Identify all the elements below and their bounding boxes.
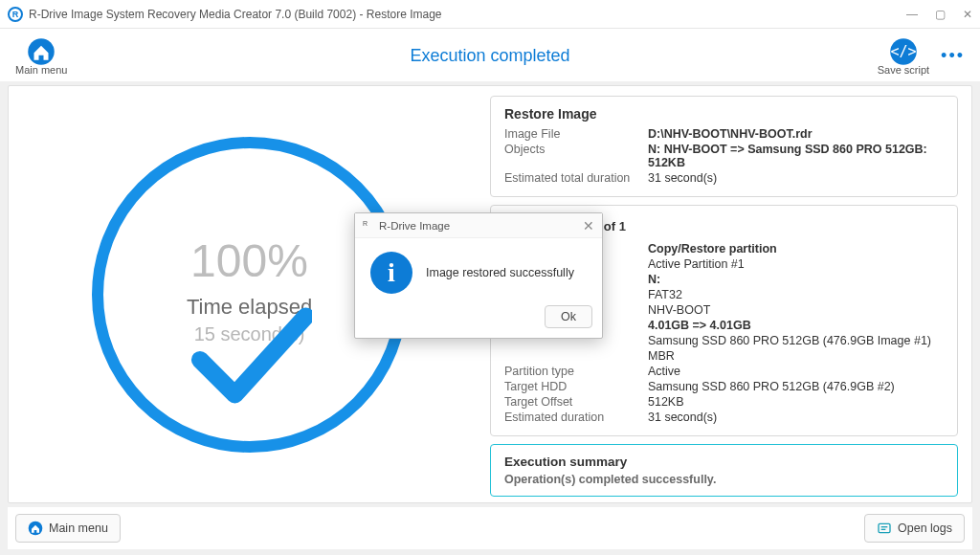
app-icon: R bbox=[363, 220, 374, 232]
dialog-ok-label: Ok bbox=[561, 310, 576, 323]
op-detail: Active Partition #1 bbox=[648, 257, 944, 271]
objects-key: Objects bbox=[504, 143, 648, 169]
app-icon: R bbox=[8, 7, 23, 22]
main-menu-button[interactable]: Main menu bbox=[15, 37, 67, 76]
save-script-button[interactable]: </> Save script bbox=[878, 37, 929, 76]
image-file-value: D:\NHV-BOOT\NHV-BOOT.rdr bbox=[648, 127, 944, 141]
summary-text: Operation(s) completed successfully. bbox=[504, 473, 944, 486]
progress-percent: 100% bbox=[190, 234, 308, 287]
checkmark-icon bbox=[188, 307, 312, 412]
toolbar: Main menu Execution completed </> Save s… bbox=[0, 29, 980, 81]
open-logs-label: Open logs bbox=[898, 522, 952, 535]
operation-value: Copy/Restore partition bbox=[648, 242, 944, 255]
page-title: Execution completed bbox=[0, 46, 980, 66]
thdd-key: Target HDD bbox=[504, 380, 648, 393]
info-icon: i bbox=[370, 252, 412, 294]
dialog-message: Image restored successfully bbox=[426, 266, 574, 279]
svg-rect-4 bbox=[879, 523, 890, 532]
toff-value: 512KB bbox=[648, 395, 944, 409]
window-titlebar: R R-Drive Image System Recovery Media Cr… bbox=[0, 0, 980, 29]
op-detail: N: bbox=[648, 273, 944, 286]
window-title: R-Drive Image System Recovery Media Crea… bbox=[29, 8, 442, 21]
objects-value: N: NHV-BOOT => Samsung SSD 860 PRO 512GB… bbox=[648, 143, 944, 169]
thdd-value: Samsung SSD 860 PRO 512GB (476.9GB #2) bbox=[648, 380, 944, 393]
dialog-titlebar: R R-Drive Image ✕ bbox=[355, 213, 602, 238]
op-detail: 4.01GB => 4.01GB bbox=[648, 319, 944, 332]
op-detail: NHV-BOOT bbox=[648, 303, 944, 317]
execution-summary: Execution summary Operation(s) completed… bbox=[490, 444, 958, 497]
ptype-key: Partition type bbox=[504, 365, 648, 378]
dialog-ok-button[interactable]: Ok bbox=[545, 305, 592, 328]
dialog-title: R-Drive Image bbox=[379, 220, 450, 232]
op-detail: Samsung SSD 860 PRO 512GB (476.9GB Image… bbox=[648, 334, 944, 347]
more-menu-button[interactable]: ••• bbox=[941, 46, 965, 66]
minimize-icon[interactable]: — bbox=[906, 8, 918, 21]
open-logs-button[interactable]: Open logs bbox=[864, 514, 965, 543]
footer-main-menu-button[interactable]: Main menu bbox=[15, 514, 121, 543]
etd-value: 31 second(s) bbox=[648, 171, 944, 185]
close-icon[interactable]: ✕ bbox=[963, 8, 972, 21]
main-menu-label: Main menu bbox=[15, 64, 67, 76]
save-script-label: Save script bbox=[878, 64, 929, 76]
dialog-close-icon[interactable]: ✕ bbox=[583, 218, 594, 233]
maximize-icon[interactable]: ▢ bbox=[935, 8, 946, 21]
restore-heading: Restore Image bbox=[504, 106, 944, 122]
summary-heading: Execution summary bbox=[504, 455, 944, 469]
ed-value: 31 second(s) bbox=[648, 411, 944, 424]
logs-icon bbox=[877, 521, 892, 536]
toff-key: Target Offset bbox=[504, 395, 648, 409]
ptype-value: Active bbox=[648, 365, 944, 378]
svg-text:</>: </> bbox=[890, 43, 916, 60]
image-file-key: Image File bbox=[504, 127, 648, 141]
code-icon: </> bbox=[889, 37, 918, 66]
footer: Main menu Open logs bbox=[8, 507, 972, 549]
etd-key: Estimated total duration bbox=[504, 171, 648, 185]
home-icon bbox=[27, 37, 56, 66]
home-icon bbox=[28, 521, 43, 536]
op-detail: MBR bbox=[648, 349, 944, 363]
footer-main-menu-label: Main menu bbox=[49, 522, 108, 535]
ed-key: Estimated duration bbox=[504, 411, 648, 424]
op-detail: FAT32 bbox=[648, 288, 944, 301]
restore-image-panel: Restore Image Image FileD:\NHV-BOOT\NHV-… bbox=[490, 96, 958, 197]
info-dialog: R R-Drive Image ✕ i Image restored succe… bbox=[354, 212, 603, 339]
